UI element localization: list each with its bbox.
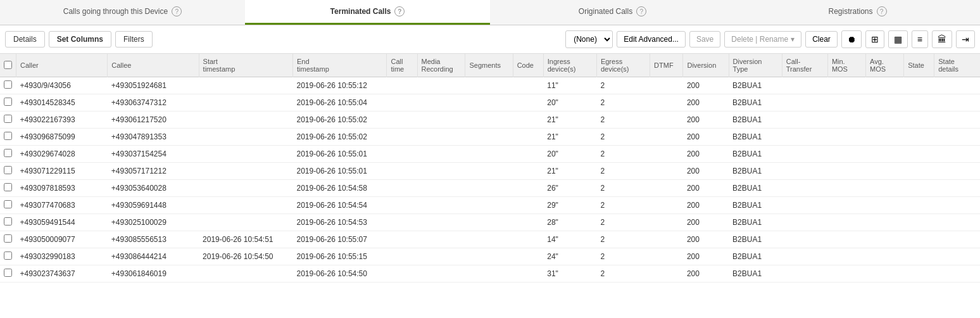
record-icon-button[interactable]: ⏺ <box>841 30 862 48</box>
cell-call_transfer <box>782 129 827 146</box>
cell-diversion: 200 <box>683 94 729 111</box>
cell-end_ts: 2019-06-26 10:55:02 <box>293 129 387 146</box>
cell-start_ts: 2019-06-26 10:54:50 <box>199 248 292 265</box>
cell-caller: +493050009077 <box>16 231 108 248</box>
grid1-icon-button[interactable]: ⊞ <box>865 30 884 48</box>
cell-state_details <box>934 265 980 283</box>
cell-media_recording <box>417 265 465 283</box>
tab-calls-through-help-icon[interactable]: ? <box>172 6 182 16</box>
row-checkbox[interactable] <box>4 166 12 174</box>
tab-terminated[interactable]: Terminated Calls ? <box>245 0 490 25</box>
row-checkbox[interactable] <box>4 269 12 277</box>
col-min-mos: Min.MOS <box>827 54 865 77</box>
archive-icon-button[interactable]: 🏛 <box>932 30 952 48</box>
cell-code <box>513 197 543 214</box>
cell-state <box>904 111 934 129</box>
col-calltime: Calltime <box>387 54 417 77</box>
table-row: +493029674028+4930371542542019-06-26 10:… <box>0 146 980 163</box>
cell-min_mos <box>827 94 865 111</box>
cell-min_mos <box>827 231 865 248</box>
tab-bar: Calls going through this Device ? Termin… <box>0 0 980 25</box>
cell-ingress: 28" <box>543 214 596 231</box>
tab-registrations-help-icon[interactable]: ? <box>877 6 887 16</box>
cell-state_details <box>934 231 980 248</box>
cell-avg_mos <box>866 129 904 146</box>
cell-state_details <box>934 129 980 146</box>
delete-rename-button[interactable]: Delete | Rename ▾ <box>724 31 801 48</box>
row-checkbox[interactable] <box>4 234 12 243</box>
row-checkbox[interactable] <box>4 80 12 89</box>
cell-dtmf <box>650 197 683 214</box>
cell-callee: +493061846019 <box>108 265 199 283</box>
row-checkbox[interactable] <box>4 149 12 157</box>
table-row: +493032990183+4930864442142019-06-26 10:… <box>0 248 980 265</box>
cell-ingress: 31" <box>543 265 596 283</box>
cell-egress: 2 <box>596 248 650 265</box>
cell-segments <box>465 214 513 231</box>
cell-avg_mos <box>866 180 904 197</box>
tab-terminated-help-icon[interactable]: ? <box>394 6 405 16</box>
cell-callee: +493053640028 <box>108 180 199 197</box>
cell-state <box>904 129 934 146</box>
cell-diversion_type: B2BUA1 <box>729 163 782 180</box>
cell-egress: 2 <box>596 111 650 129</box>
col-ingress-devices: Ingressdevice(s) <box>543 54 596 77</box>
col-state-details: Statedetails <box>934 54 980 77</box>
select-all-header[interactable] <box>0 54 16 77</box>
export-icon-button[interactable]: ⇥ <box>956 30 975 48</box>
col-start-ts: Starttimestamp <box>199 54 292 77</box>
edit-advanced-button[interactable]: Edit Advanced... <box>617 31 686 48</box>
toolbar-right: (None) Edit Advanced... Save Delete | Re… <box>565 30 975 48</box>
clear-button[interactable]: Clear <box>805 31 838 48</box>
cell-state_details <box>934 214 980 231</box>
cell-code <box>513 111 543 129</box>
calls-table: Caller Callee Starttimestamp Endtimestam… <box>0 54 980 283</box>
cell-end_ts: 2019-06-26 10:54:50 <box>293 265 387 283</box>
grid2-icon-button[interactable]: ▦ <box>888 30 908 48</box>
save-button[interactable]: Save <box>689 31 720 48</box>
cell-state_details <box>934 146 980 163</box>
cell-caller: +493071229115 <box>16 163 108 180</box>
cell-dtmf <box>650 248 683 265</box>
tab-registrations[interactable]: Registrations ? <box>735 0 980 25</box>
cell-caller: +493032990183 <box>16 248 108 265</box>
cell-min_mos <box>827 146 865 163</box>
cell-dtmf <box>650 214 683 231</box>
row-checkbox[interactable] <box>4 98 12 106</box>
cell-end_ts: 2019-06-26 10:55:02 <box>293 111 387 129</box>
list-icon-button[interactable]: ≡ <box>912 30 928 48</box>
cell-ingress: 20" <box>543 94 596 111</box>
cell-segments <box>465 248 513 265</box>
cell-dtmf <box>650 163 683 180</box>
tab-calls-through[interactable]: Calls going through this Device ? <box>0 0 245 25</box>
cell-diversion_type: B2BUA1 <box>729 214 782 231</box>
row-checkbox[interactable] <box>4 183 12 191</box>
cell-start_ts: 2019-06-26 10:54:51 <box>199 231 292 248</box>
row-checkbox[interactable] <box>4 217 12 226</box>
cell-media_recording <box>417 111 465 129</box>
cell-media_recording <box>417 129 465 146</box>
cell-media_recording <box>417 163 465 180</box>
row-checkbox[interactable] <box>4 115 12 123</box>
cell-start_ts <box>199 94 292 111</box>
select-all-checkbox[interactable] <box>4 61 12 69</box>
filters-button[interactable]: Filters <box>115 31 153 48</box>
set-columns-button[interactable]: Set Columns <box>49 31 111 48</box>
cell-code <box>513 214 543 231</box>
main-container: Calls going through this Device ? Termin… <box>0 0 980 283</box>
tab-originated-help-icon[interactable]: ? <box>636 6 646 16</box>
preset-select-wrapper[interactable]: (None) <box>565 30 613 48</box>
tab-originated[interactable]: Originated Calls ? <box>490 0 735 25</box>
row-checkbox[interactable] <box>4 132 12 140</box>
preset-select[interactable]: (None) <box>566 31 612 48</box>
details-button[interactable]: Details <box>5 31 45 48</box>
cell-state <box>904 163 934 180</box>
cell-calltime <box>387 231 417 248</box>
cell-state <box>904 77 934 94</box>
cell-egress: 2 <box>596 231 650 248</box>
cell-call_transfer <box>782 197 827 214</box>
row-checkbox[interactable] <box>4 251 12 260</box>
row-checkbox[interactable] <box>4 200 12 208</box>
cell-start_ts <box>199 129 292 146</box>
cell-min_mos <box>827 248 865 265</box>
